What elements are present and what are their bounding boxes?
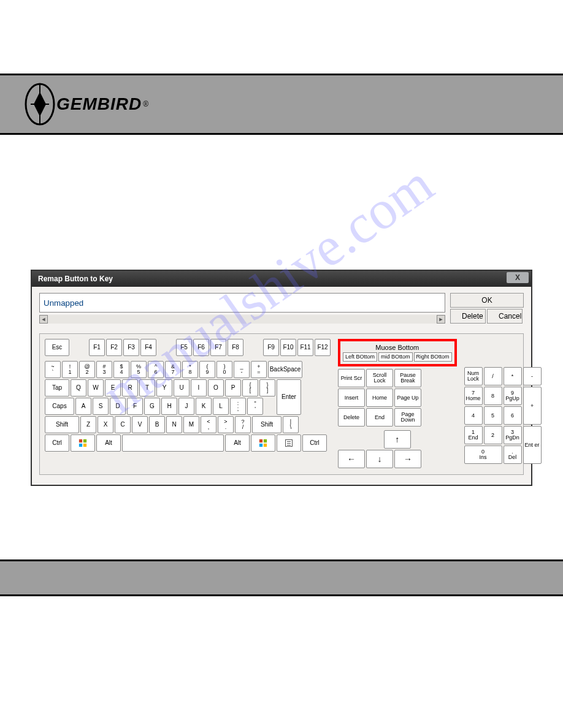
key-backspace[interactable]: BackSpace	[268, 361, 302, 378]
key-numpad-9[interactable]: 9PgUp	[504, 387, 522, 405]
key-8[interactable]: *8	[182, 361, 198, 378]
key-comma[interactable]: <,	[201, 416, 216, 433]
key-f8[interactable]: F8	[228, 339, 243, 356]
key-b[interactable]: B	[149, 416, 165, 433]
key-f12[interactable]: F12	[315, 339, 331, 356]
key-f5[interactable]: F5	[176, 339, 192, 356]
key-ctrl-right[interactable]: Ctrl	[302, 434, 327, 452]
key-m[interactable]: M	[183, 416, 199, 433]
key-numpad-divide[interactable]: /	[484, 367, 502, 385]
key-n[interactable]: N	[166, 416, 182, 433]
key-o[interactable]: O	[208, 379, 224, 396]
key-quote[interactable]: "'	[247, 398, 263, 415]
key-w[interactable]: W	[88, 379, 104, 396]
key-r[interactable]: R	[122, 379, 138, 396]
key-shift-right[interactable]: Shift	[252, 416, 282, 433]
key-k[interactable]: K	[196, 398, 212, 415]
key-delete[interactable]: Delete	[338, 408, 365, 427]
key-s[interactable]: S	[93, 398, 109, 415]
key-ctrl-left[interactable]: Ctrl	[45, 434, 69, 452]
key-f3[interactable]: F3	[123, 339, 139, 356]
key-i[interactable]: I	[191, 379, 207, 396]
key-up[interactable]: ↑	[384, 430, 411, 449]
key-scrolllock[interactable]: Scroll Lock	[366, 369, 393, 387]
key-insert[interactable]: Insert	[338, 389, 365, 407]
mapping-input[interactable]	[39, 293, 445, 313]
key-pageup[interactable]: Page Up	[394, 389, 421, 407]
key-f10[interactable]: F10	[280, 339, 296, 356]
close-button[interactable]: X	[507, 272, 529, 283]
key-x[interactable]: X	[98, 416, 113, 433]
key-numpad-4[interactable]: 4	[464, 406, 483, 425]
key-q[interactable]: Q	[71, 379, 86, 396]
delete-button[interactable]: Delete	[450, 309, 486, 324]
key-1[interactable]: !1	[62, 361, 78, 378]
key-f[interactable]: F	[127, 398, 143, 415]
key-numpad-enter[interactable]: Ent er	[523, 426, 542, 464]
key-bracket-close[interactable]: }]	[259, 379, 275, 396]
key-numpad-8[interactable]: 8	[484, 387, 502, 405]
key-u[interactable]: U	[174, 379, 190, 396]
key-numpad-6[interactable]: 6	[504, 406, 522, 425]
key-numpad-1[interactable]: 1End	[464, 426, 483, 444]
cancel-button[interactable]: Cancel	[487, 309, 523, 324]
key-numpad-decimal[interactable]: .Del	[504, 446, 522, 464]
scroll-right[interactable]: ►	[437, 315, 445, 324]
key-period[interactable]: >.	[218, 416, 234, 433]
key-g[interactable]: G	[144, 398, 160, 415]
key-d[interactable]: D	[110, 398, 126, 415]
key-down[interactable]: ↓	[366, 450, 393, 468]
key-alt-left[interactable]: Alt	[96, 434, 121, 452]
key-equals[interactable]: +=	[251, 361, 267, 378]
key-win-right[interactable]	[251, 434, 275, 452]
key-left[interactable]: ←	[338, 450, 365, 468]
key-t[interactable]: T	[139, 379, 155, 396]
key-numpad-multiply[interactable]: *	[504, 367, 522, 385]
key-f4[interactable]: F4	[140, 339, 156, 356]
key-esc[interactable]: Esc	[45, 339, 69, 356]
key-bracket-open[interactable]: {[	[242, 379, 258, 396]
key-shift-left[interactable]: Shift	[45, 416, 79, 433]
key-c[interactable]: C	[115, 416, 131, 433]
key-space[interactable]	[122, 434, 224, 452]
key-v[interactable]: V	[132, 416, 148, 433]
key-numpad-0[interactable]: 0Ins	[464, 446, 502, 464]
key-f7[interactable]: F7	[210, 339, 226, 356]
key-f2[interactable]: F2	[106, 339, 122, 356]
ok-button[interactable]: OK	[450, 293, 524, 308]
key-z[interactable]: Z	[80, 416, 96, 433]
key-4[interactable]: $4	[113, 361, 129, 378]
key-printscreen[interactable]: Print Scr	[338, 369, 365, 387]
key-7[interactable]: &7	[165, 361, 181, 378]
key-y[interactable]: Y	[156, 379, 172, 396]
key-6[interactable]: ^6	[148, 361, 164, 378]
mouse-right-button[interactable]: Right BOttom	[414, 352, 452, 362]
key-f11[interactable]: F11	[297, 339, 313, 356]
key-l[interactable]: L	[213, 398, 229, 415]
key-grave[interactable]: ~`	[45, 361, 61, 378]
key-numlock[interactable]: Num Lock	[464, 367, 483, 385]
key-end[interactable]: End	[366, 408, 393, 427]
key-backslash[interactable]: |\	[283, 416, 299, 433]
key-caps[interactable]: Caps	[45, 398, 74, 415]
key-5[interactable]: %5	[131, 361, 147, 378]
key-menu[interactable]	[277, 434, 301, 452]
key-h[interactable]: H	[161, 398, 177, 415]
key-enter[interactable]: Enter	[277, 379, 301, 415]
key-pagedown[interactable]: Page Down	[394, 408, 421, 427]
key-tab[interactable]: Tap	[45, 379, 69, 396]
key-f9[interactable]: F9	[263, 339, 279, 356]
key-home[interactable]: Home	[366, 389, 393, 407]
key-numpad-subtract[interactable]: -	[523, 367, 542, 385]
scroll-left[interactable]: ◄	[39, 315, 48, 324]
key-9[interactable]: (9	[199, 361, 215, 378]
key-a[interactable]: A	[75, 398, 91, 415]
key-pause[interactable]: Pause Break	[394, 369, 421, 387]
key-numpad-7[interactable]: 7Home	[464, 387, 483, 405]
key-j[interactable]: J	[178, 398, 194, 415]
key-slash[interactable]: ?/	[235, 416, 251, 433]
key-p[interactable]: P	[225, 379, 241, 396]
key-numpad-5[interactable]: 5	[484, 406, 502, 425]
key-0[interactable]: )0	[216, 361, 232, 378]
scroll-track[interactable]	[48, 315, 437, 324]
